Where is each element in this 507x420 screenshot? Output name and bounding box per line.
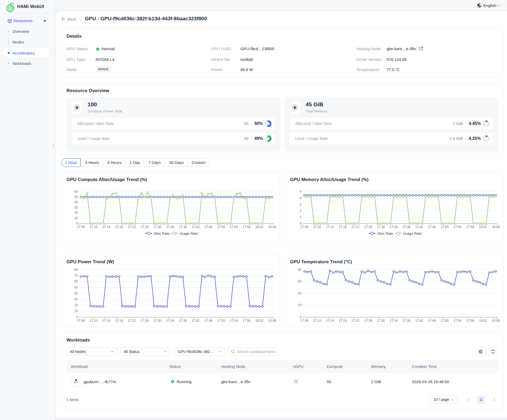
svg-text:17:46: 17:46 xyxy=(428,225,436,229)
svg-text:17:50: 17:50 xyxy=(441,319,449,323)
svg-text:17:22: 17:22 xyxy=(128,319,136,323)
svg-text:30: 30 xyxy=(74,297,78,301)
svg-text:50: 50 xyxy=(74,286,78,289)
svg-text:18:02: 18:02 xyxy=(479,319,487,323)
svg-text:80: 80 xyxy=(74,268,78,272)
svg-text:20: 20 xyxy=(74,211,78,215)
svg-text:17:50: 17:50 xyxy=(217,319,225,323)
svg-text:17:54: 17:54 xyxy=(230,225,238,229)
svg-text:17:58: 17:58 xyxy=(243,225,251,229)
svg-text:18:06: 18:06 xyxy=(492,319,500,323)
svg-text:17:22: 17:22 xyxy=(352,225,360,229)
svg-text:17:38: 17:38 xyxy=(179,319,187,323)
svg-text:17:26: 17:26 xyxy=(141,319,149,323)
svg-text:17:30: 17:30 xyxy=(377,225,385,229)
svg-text:17:46: 17:46 xyxy=(204,319,212,323)
svg-text:17:46: 17:46 xyxy=(428,319,436,323)
svg-text:17:10: 17:10 xyxy=(89,225,98,229)
svg-text:17:14: 17:14 xyxy=(102,319,110,323)
svg-text:17:58: 17:58 xyxy=(243,319,251,323)
svg-text:17:30: 17:30 xyxy=(377,319,385,323)
svg-text:17:38: 17:38 xyxy=(179,225,187,229)
svg-text:20: 20 xyxy=(298,303,302,307)
svg-text:17:06: 17:06 xyxy=(77,319,85,323)
svg-text:17:34: 17:34 xyxy=(390,319,398,323)
svg-text:17:38: 17:38 xyxy=(402,319,410,323)
svg-text:2: 2 xyxy=(300,209,302,213)
svg-text:17:26: 17:26 xyxy=(364,225,372,229)
svg-text:18:06: 18:06 xyxy=(268,319,276,323)
svg-text:30: 30 xyxy=(74,206,78,210)
svg-text:18:02: 18:02 xyxy=(479,225,487,229)
svg-text:17:10: 17:10 xyxy=(313,225,321,229)
svg-text:1: 1 xyxy=(300,215,302,219)
svg-text:17:18: 17:18 xyxy=(339,225,347,229)
svg-text:4: 4 xyxy=(300,196,302,200)
svg-text:17:06: 17:06 xyxy=(301,319,309,323)
svg-text:17:50: 17:50 xyxy=(217,225,225,229)
svg-text:17:42: 17:42 xyxy=(415,225,423,229)
svg-text:60: 60 xyxy=(74,190,78,194)
svg-text:17:26: 17:26 xyxy=(364,319,372,323)
svg-text:0: 0 xyxy=(76,222,78,225)
svg-text:20: 20 xyxy=(74,303,78,307)
svg-text:18:06: 18:06 xyxy=(268,225,276,229)
svg-text:0: 0 xyxy=(300,315,302,319)
svg-text:17:14: 17:14 xyxy=(326,319,334,323)
svg-text:17:58: 17:58 xyxy=(466,225,474,229)
svg-text:17:18: 17:18 xyxy=(115,225,123,229)
svg-text:17:06: 17:06 xyxy=(77,225,85,229)
svg-text:50: 50 xyxy=(74,195,78,199)
svg-text:17:42: 17:42 xyxy=(192,225,200,229)
svg-text:Usage Rate: Usage Rate xyxy=(403,231,422,235)
svg-text:17:18: 17:18 xyxy=(339,319,347,323)
svg-text:17:54: 17:54 xyxy=(453,319,461,323)
svg-text:0: 0 xyxy=(300,222,302,225)
svg-text:17:06: 17:06 xyxy=(301,225,309,229)
svg-text:17:14: 17:14 xyxy=(102,225,110,229)
svg-text:40: 40 xyxy=(298,292,302,295)
svg-text:18:02: 18:02 xyxy=(255,319,263,323)
svg-text:17:34: 17:34 xyxy=(390,225,398,229)
svg-text:17:30: 17:30 xyxy=(153,225,161,229)
svg-text:60: 60 xyxy=(298,280,302,283)
svg-text:40: 40 xyxy=(74,292,78,295)
svg-text:17:54: 17:54 xyxy=(453,225,461,229)
svg-text:10: 10 xyxy=(74,216,78,220)
svg-text:70: 70 xyxy=(74,274,78,277)
svg-text:17:50: 17:50 xyxy=(441,225,449,229)
svg-text:5: 5 xyxy=(300,190,302,194)
svg-text:3: 3 xyxy=(300,203,302,206)
svg-text:17:14: 17:14 xyxy=(326,225,334,229)
svg-text:80: 80 xyxy=(298,268,302,272)
svg-text:18:02: 18:02 xyxy=(255,225,263,229)
svg-text:17:34: 17:34 xyxy=(166,319,174,323)
svg-text:0: 0 xyxy=(76,315,78,319)
svg-text:17:42: 17:42 xyxy=(192,319,200,323)
svg-text:17:46: 17:46 xyxy=(204,225,212,229)
svg-text:Alloc Rate: Alloc Rate xyxy=(377,231,393,235)
svg-text:17:34: 17:34 xyxy=(166,225,174,229)
svg-text:18:06: 18:06 xyxy=(492,225,500,229)
svg-text:17:22: 17:22 xyxy=(352,319,360,323)
svg-text:10: 10 xyxy=(74,309,78,313)
svg-text:17:42: 17:42 xyxy=(415,319,423,323)
svg-text:17:10: 17:10 xyxy=(89,319,98,323)
svg-text:17:10: 17:10 xyxy=(313,319,321,323)
svg-text:40: 40 xyxy=(74,201,78,204)
svg-text:17:26: 17:26 xyxy=(141,225,149,229)
svg-text:Usage Rate: Usage Rate xyxy=(180,231,198,235)
svg-text:17:38: 17:38 xyxy=(402,225,410,229)
svg-text:60: 60 xyxy=(74,280,78,283)
svg-text:17:58: 17:58 xyxy=(466,319,474,323)
svg-text:17:54: 17:54 xyxy=(230,319,238,323)
svg-text:Alloc Rate: Alloc Rate xyxy=(154,231,169,235)
svg-text:17:18: 17:18 xyxy=(115,319,123,323)
svg-text:17:30: 17:30 xyxy=(153,319,161,323)
svg-text:17:22: 17:22 xyxy=(128,225,136,229)
